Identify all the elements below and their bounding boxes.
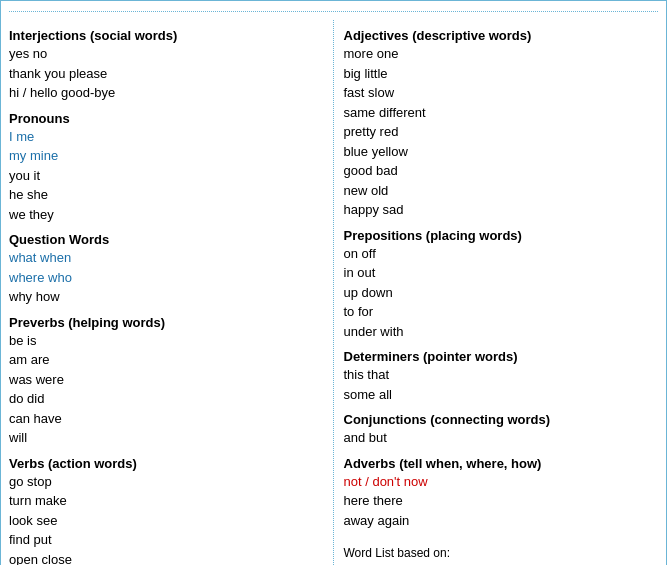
main-container: Interjections (social words)yes nothank …	[0, 0, 667, 565]
section-title-adjectives: Adjectives (descriptive words)	[344, 28, 659, 43]
word-item: more one	[344, 44, 659, 64]
section-title-determiners: Determiners (pointer words)	[344, 349, 659, 364]
section-title-prepositions: Prepositions (placing words)	[344, 228, 659, 243]
word-item: to for	[344, 302, 659, 322]
word-item: happy sad	[344, 200, 659, 220]
word-item: big little	[344, 64, 659, 84]
word-item: turn make	[9, 491, 323, 511]
columns-layout: Interjections (social words)yes nothank …	[9, 20, 658, 565]
word-item: can have	[9, 409, 323, 429]
word-item: be is	[9, 331, 323, 351]
section-title-verbs: Verbs (action words)	[9, 456, 323, 471]
word-item: pretty red	[344, 122, 659, 142]
word-item: do did	[9, 389, 323, 409]
word-item: in out	[344, 263, 659, 283]
word-item: am are	[9, 350, 323, 370]
section-title-pronouns: Pronouns	[9, 111, 323, 126]
section-title-preverbs: Preverbs (helping words)	[9, 315, 323, 330]
word-item: new old	[344, 181, 659, 201]
word-item: yes no	[9, 44, 323, 64]
sources-title: Word List based on:	[344, 546, 659, 560]
word-item: where who	[9, 268, 323, 288]
page-title	[9, 7, 658, 12]
word-item: find put	[9, 530, 323, 550]
right-column: Adjectives (descriptive words)more onebi…	[334, 20, 659, 565]
section-title-interjections: Interjections (social words)	[9, 28, 323, 43]
word-item: on off	[344, 244, 659, 264]
word-item: will	[9, 428, 323, 448]
section-title-adverbs: Adverbs (tell when, where, how)	[344, 456, 659, 471]
word-item: good bad	[344, 161, 659, 181]
word-item: why how	[9, 287, 323, 307]
word-item: thank you please	[9, 64, 323, 84]
word-item: you it	[9, 166, 323, 186]
section-title-conjunctions: Conjunctions (connecting words)	[344, 412, 659, 427]
word-item: up down	[344, 283, 659, 303]
word-item: this that	[344, 365, 659, 385]
word-item: my mine	[9, 146, 323, 166]
section-title-question-words: Question Words	[9, 232, 323, 247]
word-item: was were	[9, 370, 323, 390]
word-item: he she	[9, 185, 323, 205]
word-item: here there	[344, 491, 659, 511]
word-item: go stop	[9, 472, 323, 492]
word-item: under with	[344, 322, 659, 342]
word-item: we they	[9, 205, 323, 225]
word-item: some all	[344, 385, 659, 405]
word-item: open close	[9, 550, 323, 566]
word-item: not / don't now	[344, 472, 659, 492]
left-column: Interjections (social words)yes nothank …	[9, 20, 334, 565]
sources-section: Word List based on:• Banajee List of Tod…	[344, 546, 659, 565]
word-item: blue yellow	[344, 142, 659, 162]
word-item: same different	[344, 103, 659, 123]
word-item: away again	[344, 511, 659, 531]
word-item: I me	[9, 127, 323, 147]
word-item: what when	[9, 248, 323, 268]
word-item: and but	[344, 428, 659, 448]
word-item: look see	[9, 511, 323, 531]
word-item: hi / hello good-bye	[9, 83, 323, 103]
word-item: fast slow	[344, 83, 659, 103]
